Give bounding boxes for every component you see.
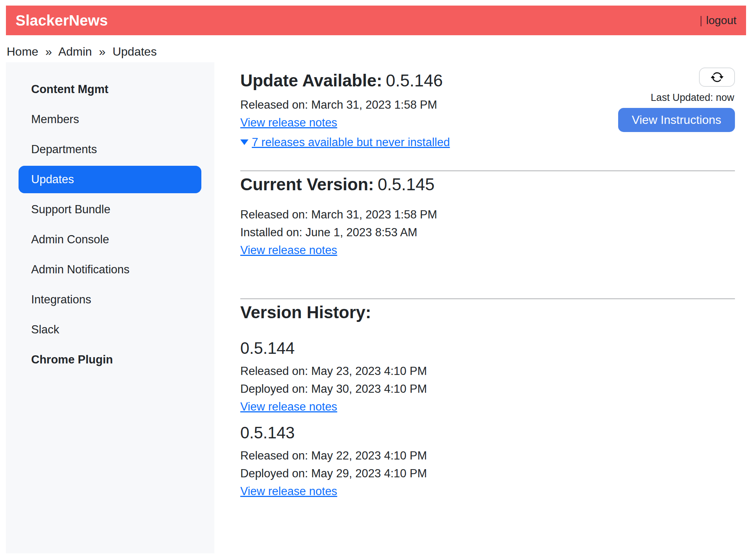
sidebar-item-integrations[interactable]: Integrations [19,286,201,313]
sidebar-item-content-mgmt[interactable]: Content Mgmt [19,76,201,103]
last-updated-text: Last Updated: now [651,92,734,103]
version-history-heading: Version History: [240,302,735,323]
section-divider [240,298,735,299]
sidebar-item-support-bundle[interactable]: Support Bundle [19,196,201,223]
breadcrumb: Home » Admin » Updates [7,45,746,59]
update-available-section: Update Available:0.5.146 Released on: Ma… [240,67,735,153]
breadcrumb-home[interactable]: Home [7,45,38,58]
releases-available-toggle[interactable]: 7 releases available but never installed [252,136,450,149]
breadcrumb-separator: » [99,45,106,58]
history-released-on: Released on: May 23, 2023 4:10 PM [240,362,735,380]
update-available-heading: Update Available:0.5.146 [240,70,450,91]
sidebar-item-members[interactable]: Members [19,106,201,133]
view-instructions-button[interactable]: View Instructions [618,108,735,132]
update-available-label: Update Available: [240,71,382,90]
sidebar-item-departments[interactable]: Departments [19,136,201,163]
update-released-on: Released on: March 31, 2023 1:58 PM [240,96,450,114]
refresh-button[interactable] [699,67,735,87]
breadcrumb-admin[interactable]: Admin [58,45,92,58]
sidebar-item-admin-console[interactable]: Admin Console [19,226,201,253]
page: SlackerNews |logout Home » Admin » Updat… [0,0,752,560]
update-release-notes-line: View release notes [240,114,450,134]
current-released-on: Released on: March 31, 2023 1:58 PM [240,206,735,224]
view-release-notes-link[interactable]: View release notes [240,244,337,257]
history-release-notes-line: View release notes [240,482,735,502]
update-actions: Last Updated: now View Instructions [618,67,735,132]
version-history-entry: 0.5.144 Released on: May 23, 2023 4:10 P… [240,338,735,418]
history-version-number: 0.5.144 [240,338,735,358]
current-version-number: 0.5.145 [377,175,434,194]
section-divider [240,170,735,171]
updates-main: Update Available:0.5.146 Released on: Ma… [214,62,746,502]
sidebar-item-chrome-plugin[interactable]: Chrome Plugin [19,346,201,373]
history-released-on: Released on: May 22, 2023 4:10 PM [240,447,735,465]
view-release-notes-link[interactable]: View release notes [240,485,337,498]
history-deployed-on: Deployed on: May 30, 2023 4:10 PM [240,380,735,398]
current-release-notes-line: View release notes [240,241,735,261]
refresh-icon [711,71,723,83]
current-version-section: Current Version:0.5.145 Released on: Mar… [240,174,735,261]
current-version-label: Current Version: [240,175,374,194]
logout-link[interactable]: |logout [699,14,736,27]
sidebar-item-updates[interactable]: Updates [19,166,201,193]
breadcrumb-separator: » [45,45,52,58]
current-version-details: Released on: March 31, 2023 1:58 PM Inst… [240,206,735,261]
breadcrumb-current: Updates [112,45,156,58]
content-layout: Content Mgmt Members Departments Updates… [6,62,746,553]
app-header: SlackerNews |logout [6,6,746,35]
sidebar-item-admin-notifications[interactable]: Admin Notifications [19,256,201,283]
releases-toggle-line: 7 releases available but never installed [240,134,450,153]
update-available-version: 0.5.146 [386,71,443,90]
logout-separator: | [699,14,702,26]
view-release-notes-link[interactable]: View release notes [240,400,337,413]
update-available-info: Update Available:0.5.146 Released on: Ma… [240,67,450,153]
current-version-heading: Current Version:0.5.145 [240,174,735,195]
logout-label: logout [706,14,736,26]
sidebar-menu: Content Mgmt Members Departments Updates… [6,76,214,373]
version-history-entry: 0.5.143 Released on: May 22, 2023 4:10 P… [240,423,735,502]
history-version-number: 0.5.143 [240,423,735,442]
version-history-section: Version History: 0.5.144 Released on: Ma… [240,302,735,502]
current-installed-on: Installed on: June 1, 2023 8:53 AM [240,224,735,241]
sidebar-item-slack[interactable]: Slack [19,316,201,343]
history-deployed-on: Deployed on: May 29, 2023 4:10 PM [240,465,735,482]
view-release-notes-link[interactable]: View release notes [240,116,337,129]
history-release-notes-line: View release notes [240,398,735,418]
caret-down-icon [240,139,248,145]
app-title: SlackerNews [16,12,108,29]
admin-sidebar: Content Mgmt Members Departments Updates… [6,62,214,553]
